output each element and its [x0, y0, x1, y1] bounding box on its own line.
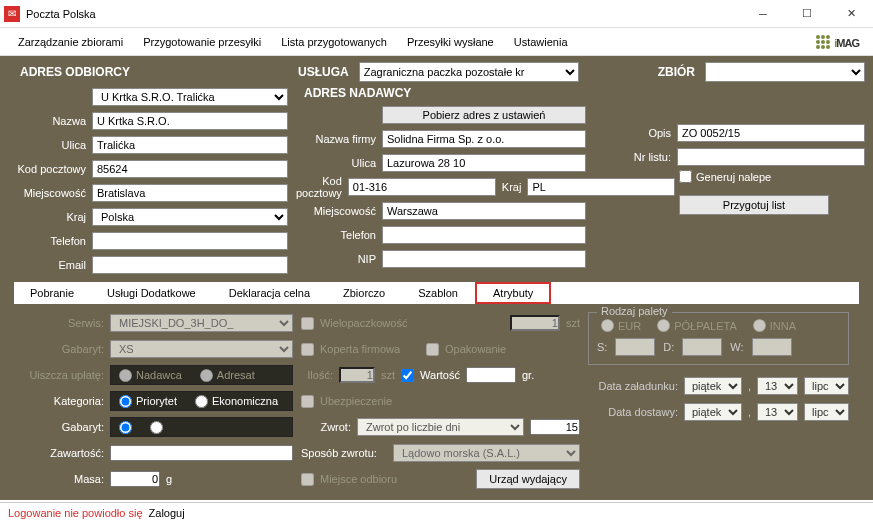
maximize-button[interactable]: ☐ — [785, 0, 829, 28]
zwrot-select[interactable]: Zwrot po liczbie dni — [357, 418, 524, 436]
tab-atrybuty[interactable]: Atrybuty — [475, 282, 551, 304]
odbiorca-kod[interactable] — [92, 160, 288, 178]
koperta-checkbox — [301, 343, 314, 356]
gabaryt-select[interactable]: XS — [110, 340, 293, 358]
tabs: Pobranie Usługi Dodatkowe Deklaracja cel… — [14, 282, 859, 304]
menubar: Zarządzanie zbiorami Przygotowanie przes… — [0, 28, 873, 56]
wielo-value — [510, 315, 560, 331]
menu-zarzadzanie[interactable]: Zarządzanie zbiorami — [8, 32, 133, 52]
zawartosc-input[interactable] — [110, 445, 293, 461]
uiszcza-adresat — [200, 369, 213, 382]
tab-zbiorczo[interactable]: Zbiorczo — [327, 284, 402, 302]
tab-szablon[interactable]: Szablon — [402, 284, 475, 302]
zbior-select[interactable] — [705, 62, 865, 82]
ubezp-checkbox — [301, 395, 314, 408]
app-icon: ✉ — [4, 6, 20, 22]
odbiorca-nazwa[interactable] — [92, 112, 288, 130]
wielo-checkbox — [301, 317, 314, 330]
generuj-nalepe-checkbox[interactable] — [679, 170, 692, 183]
odbiorca-miejscowosc[interactable] — [92, 184, 288, 202]
dostawa-num[interactable]: 13 — [757, 403, 798, 421]
zbior-nrlistu[interactable] — [677, 148, 865, 166]
paleta-w — [752, 338, 792, 356]
kategoria-group: Priorytet Ekonomiczna — [110, 391, 293, 411]
kategoria-priorytet[interactable] — [119, 395, 132, 408]
dostawa-day[interactable]: piątek — [684, 403, 742, 421]
status-error: Logowanie nie powiodło się — [8, 507, 143, 519]
ilosc-value — [339, 367, 375, 383]
panel-odbiorca: U Krtka S.R.O. Tralićka Nazwa Ulica Kod … — [8, 86, 288, 276]
menu-przygotowanie[interactable]: Przygotowanie przesyłki — [133, 32, 271, 52]
nadawca-telefon[interactable] — [382, 226, 586, 244]
opakowanie-checkbox — [426, 343, 439, 356]
close-button[interactable]: ✕ — [829, 0, 873, 28]
menu-wyslane[interactable]: Przesyłki wysłane — [397, 32, 504, 52]
nadawca-nip[interactable] — [382, 250, 586, 268]
miejsce-checkbox — [301, 473, 314, 486]
sposob-select[interactable]: Lądowo morska (S.A.L.) — [393, 444, 580, 462]
usluga-select[interactable]: Zagraniczna paczka pozostałe kr — [359, 62, 579, 82]
logo: iMAG — [816, 31, 859, 52]
wartosc-value[interactable] — [466, 367, 516, 383]
masa-input[interactable] — [110, 471, 160, 487]
section-zbior: ZBIÓR — [658, 65, 695, 79]
dostawa-month[interactable]: lipc — [804, 403, 849, 421]
uiszcza-nadawca — [119, 369, 132, 382]
zaladunek-month[interactable]: lipc — [804, 377, 849, 395]
odbiorca-telefon[interactable] — [92, 232, 288, 250]
menu-lista[interactable]: Lista przygotowanych — [271, 32, 397, 52]
pobierz-adres-button[interactable]: Pobierz adres z ustawień — [382, 106, 586, 124]
tab-deklaracja[interactable]: Deklaracja celna — [213, 284, 327, 302]
tab-uslugi[interactable]: Usługi Dodatkowe — [91, 284, 213, 302]
panel-zbior: Opis Nr listu: Generuj nalepe Przygotuj … — [615, 86, 865, 276]
menu-ustawienia[interactable]: Ustawienia — [504, 32, 578, 52]
odbiorca-kraj[interactable]: Polska — [92, 208, 288, 226]
przygotuj-list-button[interactable]: Przygotuj list — [679, 195, 829, 215]
paleta-s — [615, 338, 655, 356]
minimize-button[interactable]: ─ — [741, 0, 785, 28]
odbiorca-email[interactable] — [92, 256, 288, 274]
zbior-opis[interactable] — [677, 124, 865, 142]
atrybuty-panel: Serwis:MIEJSKI_DO_3H_DO_ Gabaryt:XS Uisz… — [14, 304, 859, 498]
paleta-inna — [753, 319, 766, 332]
paleta-polpaleta — [657, 319, 670, 332]
odbiorca-ulica[interactable] — [92, 136, 288, 154]
zaladunek-day[interactable]: piątek — [684, 377, 742, 395]
nadawca-miejscowosc[interactable] — [382, 202, 586, 220]
gabaryt-a[interactable] — [119, 421, 132, 434]
uiszcza-group: Nadawca Adresat — [110, 365, 293, 385]
paleta-eur — [601, 319, 614, 332]
nadawca-kod[interactable] — [348, 178, 496, 196]
section-odbiorcy: ADRES ODBIORCY — [8, 65, 288, 79]
serwis-select[interactable]: MIEJSKI_DO_3H_DO_ — [110, 314, 293, 332]
nadawca-ulica[interactable] — [382, 154, 586, 172]
gabaryt-group — [110, 417, 293, 437]
zwrot-days[interactable] — [530, 419, 580, 435]
gabaryt-b[interactable] — [150, 421, 163, 434]
tab-pobranie[interactable]: Pobranie — [14, 284, 91, 302]
paleta-d — [682, 338, 722, 356]
urzad-button[interactable]: Urząd wydający — [476, 469, 580, 489]
main-panel: ADRES ODBIORCY USŁUGA Zagraniczna paczka… — [0, 56, 873, 500]
titlebar: ✉ Poczta Polska ─ ☐ ✕ — [0, 0, 873, 28]
zaladunek-num[interactable]: 13 — [757, 377, 798, 395]
kategoria-ekonomiczna[interactable] — [195, 395, 208, 408]
nadawca-firma[interactable] — [382, 130, 586, 148]
panel-nadawca: ADRES NADAWCY Pobierz adres z ustawień N… — [296, 86, 586, 276]
odbiorca-lookup[interactable]: U Krtka S.R.O. Tralićka — [92, 88, 288, 106]
login-link[interactable]: Zaloguj — [149, 507, 185, 519]
status-bar: Logowanie nie powiodło się Zaloguj — [0, 502, 873, 522]
rodzaj-palety-fieldset: Rodzaj palety EUR PÓŁPALETA INNA S: D: W… — [588, 312, 849, 365]
section-nadawcy: ADRES NADAWCY — [296, 86, 586, 100]
section-usluga: USŁUGA — [298, 65, 349, 79]
window-title: Poczta Polska — [26, 8, 741, 20]
wartosc-checkbox[interactable] — [401, 369, 414, 382]
